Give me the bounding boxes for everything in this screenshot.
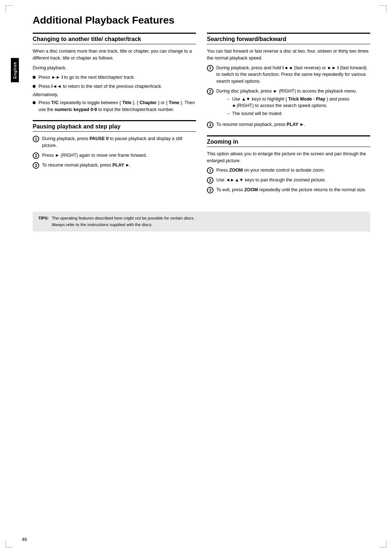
step-text: To exit, press ZOOM repeatedly until the…	[216, 187, 370, 193]
bullet-dot	[33, 85, 36, 88]
bullet-dot	[33, 101, 36, 104]
section-title-changing: Changing to another title/ chapter/track	[33, 36, 196, 42]
changing-bullets: Press ►► I to go to the next title/chapt…	[33, 74, 196, 90]
section-title-zooming: Zooming in	[207, 139, 370, 145]
bullet-text: Press T/C repeatedly to toggle between {…	[38, 99, 196, 113]
step-number: 1	[207, 167, 213, 174]
arrow-symbol: →	[226, 110, 230, 117]
step-number: 3	[207, 122, 213, 128]
list-item: Press T/C repeatedly to toggle between {…	[33, 99, 196, 113]
section-changing-title: Changing to another title/ chapter/track…	[33, 33, 196, 113]
bullet-dot	[33, 76, 36, 79]
step-text: During playback, press PAUSE II to pause…	[42, 135, 196, 149]
list-item: Press I◄◄ to return to the start of the …	[33, 83, 196, 90]
alternatively-label: Alternatively,	[33, 92, 196, 97]
arrow-item: → Use ▲▼ keys to highlight { Trick Mode …	[226, 96, 370, 110]
step-number: 3	[207, 187, 213, 193]
corner-bl	[5, 540, 13, 548]
section-pausing: Pausing playback and step play 1 During …	[33, 120, 196, 169]
step-text: Press ZOOM on your remote control to act…	[216, 167, 370, 174]
tips-label: TIPS:	[38, 215, 49, 221]
bullet-text: Press ►► I to go to the next title/chapt…	[38, 74, 135, 81]
step-text: To resume normal playback, press PLAY ►.	[42, 162, 196, 169]
alt-bullets: Press T/C repeatedly to toggle between {…	[33, 99, 196, 113]
tips-line2: Always refer to the instructions supplie…	[52, 222, 152, 227]
list-item: 3 To exit, press ZOOM repeatedly until t…	[207, 187, 370, 193]
section-intro-zooming: This option allows you to enlarge the pi…	[207, 151, 370, 164]
step-number: 3	[33, 162, 39, 169]
english-tab: English	[11, 58, 19, 82]
tips-text: The operating features described here mi…	[52, 215, 195, 228]
bullet-text: Press I◄◄ to return to the start of the …	[38, 83, 162, 90]
step-text: Use ◄►▲▼ keys to pan through the zoomed …	[216, 177, 370, 184]
list-item: 1 Press ZOOM on your remote control to a…	[207, 167, 370, 174]
corner-br	[379, 540, 387, 548]
page-wrapper: English Additional Playback Features Cha…	[0, 0, 392, 553]
section-header-changing: Changing to another title/ chapter/track	[33, 33, 196, 44]
section-title-searching: Searching forward/backward	[207, 36, 370, 42]
list-item: 2 Press ► (RIGHT) again to move one fram…	[33, 152, 196, 159]
section-intro-searching: You can fast forward or fast reverse a d…	[207, 48, 370, 62]
arrow-text: Use ▲▼ keys to highlight { Trick Mode - …	[232, 96, 371, 110]
list-item: 1 During playback, press PAUSE II to pau…	[33, 135, 196, 149]
tips-line1: The operating features described here mi…	[52, 216, 195, 220]
step-text: Press ► (RIGHT) again to move one frame …	[42, 152, 196, 159]
zooming-steps: 1 Press ZOOM on your remote control to a…	[207, 167, 370, 193]
main-columns: Changing to another title/ chapter/track…	[33, 33, 370, 201]
step-number: 2	[207, 88, 213, 95]
list-item: 3 To resume normal playback, press PLAY …	[33, 162, 196, 169]
corner-tl	[5, 5, 13, 13]
section-zooming: Zooming in This option allows you to enl…	[207, 135, 370, 194]
section-header-pausing: Pausing playback and step play	[33, 120, 196, 132]
list-item: 2 During disc playback, press ► (RIGHT) …	[207, 88, 370, 118]
page-number: 46	[22, 537, 27, 542]
tips-box: TIPS: The operating features described h…	[33, 212, 370, 232]
list-item: 1 During playback, press and hold I◄◄ (f…	[207, 65, 370, 85]
step-text: During disc playback, press ► (RIGHT) to…	[216, 88, 370, 118]
corner-tr	[379, 5, 387, 13]
section-header-zooming: Zooming in	[207, 135, 370, 147]
searching-steps: 1 During playback, press and hold I◄◄ (f…	[207, 65, 370, 128]
arrow-text: The sound will be muted.	[232, 110, 283, 117]
step-number: 2	[207, 177, 213, 184]
step-number: 1	[207, 65, 213, 71]
section-title-pausing: Pausing playback and step play	[33, 123, 196, 130]
list-item: 3 To resume normal playback, press PLAY …	[207, 121, 370, 128]
step-text: To resume normal playback, press PLAY ►.	[216, 121, 370, 128]
arrow-symbol: →	[226, 96, 230, 103]
section-intro-changing: When a disc contains more than one track…	[33, 48, 196, 62]
section-searching: Searching forward/backward You can fast …	[207, 33, 370, 128]
arrow-item: → The sound will be muted.	[226, 110, 370, 117]
left-column: Changing to another title/ chapter/track…	[33, 33, 196, 201]
step-number: 1	[33, 136, 39, 142]
section-header-searching: Searching forward/backward	[207, 33, 370, 44]
pausing-steps: 1 During playback, press PAUSE II to pau…	[33, 135, 196, 169]
right-column: Searching forward/backward You can fast …	[207, 33, 370, 201]
step-number: 2	[33, 152, 39, 159]
step-text: During playback, press and hold I◄◄ (fas…	[216, 65, 370, 85]
list-item: Press ►► I to go to the next title/chapt…	[33, 74, 196, 81]
list-item: 2 Use ◄►▲▼ keys to pan through the zoome…	[207, 177, 370, 184]
page-title: Additional Playback Features	[33, 15, 370, 26]
during-playback-label: During playback,	[33, 65, 196, 71]
